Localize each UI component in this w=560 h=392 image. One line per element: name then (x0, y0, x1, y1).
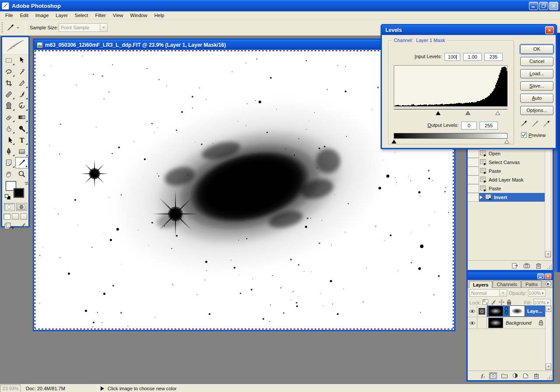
mask-link-icon[interactable] (504, 307, 508, 316)
layer-thumbnail[interactable] (488, 306, 503, 316)
layer-visibility-eye-icon[interactable] (468, 305, 477, 317)
scroll-down-icon[interactable] (546, 364, 551, 370)
dodge-tool[interactable] (15, 123, 28, 134)
type-tool[interactable]: T (15, 134, 28, 146)
load-button[interactable]: Load... (520, 69, 553, 78)
input-white-slider[interactable] (495, 111, 500, 115)
output-black-slider[interactable] (392, 139, 396, 143)
layer-thumbnail[interactable] (488, 318, 503, 328)
history-brush-source-well[interactable] (468, 149, 479, 158)
add-layer-mask-icon[interactable] (489, 372, 497, 379)
smudge-tool[interactable] (2, 123, 15, 134)
dialog-close-icon[interactable]: × (545, 26, 554, 34)
palette-menu-icon[interactable]: ▶ (546, 281, 551, 287)
crop-tool[interactable] (2, 77, 15, 89)
new-document-from-state-icon[interactable] (511, 262, 518, 269)
input-gamma-slider[interactable] (466, 111, 470, 115)
layer-mask-thumbnail[interactable] (510, 306, 525, 316)
history-item-add-layer-mask[interactable]: Add Layer Mask (468, 175, 545, 184)
menu-edit[interactable]: Edit (17, 12, 32, 19)
history-item-invert[interactable]: Invert (468, 193, 545, 202)
pen-tool[interactable] (2, 146, 15, 157)
levels-dialog-titlebar[interactable]: Levels × (382, 25, 556, 35)
history-brush-source-well[interactable] (468, 167, 479, 175)
menu-help[interactable]: Help (151, 12, 168, 19)
current-tool-well[interactable] (6, 22, 24, 33)
restore-button[interactable] (539, 2, 548, 10)
palette-resize-grip[interactable] (546, 374, 552, 380)
tab-layers[interactable]: Layers (469, 281, 492, 288)
palette-minimize-button[interactable] (537, 273, 544, 279)
new-snapshot-icon[interactable] (523, 262, 530, 269)
standard-mode-button[interactable] (4, 203, 15, 211)
move-tool[interactable] (15, 55, 28, 66)
history-brush-source-well[interactable] (468, 158, 479, 167)
menu-window[interactable]: Window (127, 12, 151, 19)
path-selection-tool[interactable] (2, 134, 15, 146)
palette-close-button[interactable]: × (545, 273, 551, 279)
save-button[interactable]: Save... (520, 81, 553, 91)
lock-all-icon[interactable] (507, 299, 511, 306)
background-color-swatch[interactable] (14, 188, 24, 198)
zoom-tool[interactable] (15, 168, 28, 180)
input-black-slider[interactable] (436, 111, 441, 115)
new-layer-set-folder-icon[interactable] (501, 373, 508, 379)
menu-file[interactable]: File (2, 12, 17, 19)
layer-style-icon[interactable]: ƒ. (481, 372, 485, 379)
layer-visibility-eye-icon[interactable] (468, 317, 477, 329)
options-button[interactable]: Options... (520, 106, 553, 115)
menu-filter[interactable]: Filter (91, 12, 109, 19)
close-button[interactable] (549, 2, 558, 10)
output-white-slider[interactable] (504, 139, 509, 143)
layer-row-background[interactable]: Background (468, 317, 553, 329)
delete-state-trash-icon[interactable] (535, 262, 542, 269)
swap-colors-icon[interactable] (24, 181, 29, 187)
input-black-field[interactable]: 100 (444, 53, 460, 61)
slice-tool[interactable] (15, 77, 28, 89)
sample-size-dropdown[interactable]: Point Sample (59, 23, 108, 32)
jump-to-imageready-icon[interactable] (4, 222, 15, 231)
auto-button[interactable]: Auto (520, 94, 553, 103)
opacity-field[interactable]: 100% (528, 289, 546, 297)
menu-select[interactable]: Select (71, 12, 92, 19)
menu-image[interactable]: Image (32, 12, 52, 19)
history-brush-source-well[interactable] (468, 175, 479, 184)
cancel-button[interactable]: Cancel (520, 57, 553, 66)
input-gamma-field[interactable]: 1.00 (463, 53, 482, 61)
layers-scrollbar[interactable] (545, 305, 552, 370)
options-bar-grip[interactable] (1, 22, 3, 33)
adjustment-layer-icon[interactable] (512, 372, 518, 379)
delete-layer-trash-icon[interactable] (533, 372, 540, 379)
minimize-button[interactable] (529, 2, 538, 10)
hand-tool[interactable] (2, 168, 15, 180)
ok-button[interactable]: OK (520, 45, 553, 54)
lasso-tool[interactable] (2, 66, 15, 77)
eraser-tool[interactable] (2, 112, 15, 123)
history-brush-tool[interactable] (15, 100, 28, 112)
output-white-field[interactable]: 255 (480, 122, 498, 130)
history-brush-source-well[interactable] (468, 193, 479, 202)
history-item-select-canvas[interactable]: Select Canvas (468, 158, 545, 167)
tab-channels[interactable]: Channels (493, 280, 521, 287)
magic-wand-tool[interactable] (15, 66, 28, 77)
fullscreen-menubar-mode-button[interactable] (12, 214, 19, 220)
annotation-check-icon[interactable] (18, 222, 26, 231)
palette-resize-grip[interactable] (546, 264, 552, 270)
history-item-open[interactable]: Open (468, 149, 545, 158)
white-point-eyedropper-icon[interactable] (542, 119, 551, 129)
brush-tool[interactable] (15, 89, 28, 100)
gray-point-eyedropper-icon[interactable] (531, 119, 539, 129)
shape-tool[interactable] (15, 146, 28, 157)
tab-paths[interactable]: Paths (522, 280, 542, 287)
preview-option[interactable]: Preview (521, 132, 546, 138)
healing-brush-tool[interactable] (2, 89, 15, 100)
input-white-field[interactable]: 235 (484, 53, 503, 61)
scroll-down-icon[interactable] (545, 251, 551, 257)
layer-link-well[interactable] (477, 317, 487, 329)
new-layer-icon[interactable] (522, 372, 529, 379)
blend-mode-dropdown[interactable]: Normal (469, 289, 507, 297)
history-item-paste[interactable]: Paste (468, 184, 545, 193)
layers-palette-titlebar[interactable]: × (468, 273, 553, 280)
clone-stamp-tool[interactable] (2, 100, 15, 112)
black-point-eyedropper-icon[interactable] (519, 119, 528, 129)
